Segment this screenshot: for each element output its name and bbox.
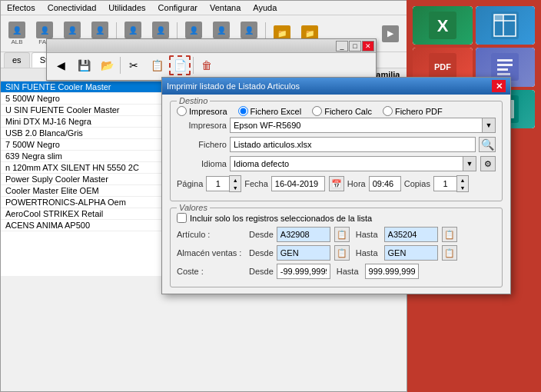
sub-tb-delete[interactable]: 🗑	[196, 55, 217, 75]
radio-fichero-excel[interactable]: Fichero Excel	[238, 106, 302, 116]
radio-fichero-pdf-label: Fichero PDF	[395, 107, 443, 116]
pagina-fecha-row: Página ▲ ▼ Fecha 📅 Hora Copias	[177, 175, 496, 192]
fichero-browse-btn[interactable]: 🔍	[479, 137, 496, 152]
almacen-hasta-input[interactable]	[384, 245, 438, 261]
fichero-input[interactable]	[230, 137, 476, 152]
sub-tb-save[interactable]: 💾	[73, 55, 95, 75]
copias-spin-btns: ▲ ▼	[456, 175, 469, 192]
almacen-hasta-label: Hasta	[356, 248, 378, 257]
almacen-range-row: Almacén ventas : Desde 📋 Hasta 📋	[177, 245, 496, 261]
hora-label: Hora	[347, 179, 366, 188]
valores-label: Valores	[177, 203, 210, 212]
tb-icon-next[interactable]: ▶	[377, 20, 403, 48]
radio-fichero-calc-input[interactable]	[312, 106, 322, 116]
svg-text:PDF: PDF	[434, 62, 451, 71]
registros-seleccionados-checkbox[interactable]	[177, 213, 187, 223]
articulo-desde-input[interactable]	[277, 227, 330, 242]
ms-table-icon[interactable]	[476, 6, 536, 45]
articulo-hasta-btn[interactable]: 📋	[442, 227, 457, 242]
fecha-label: Fecha	[244, 179, 268, 188]
copias-down-btn[interactable]: ▼	[457, 184, 468, 191]
ms-excel-icon[interactable]: X	[413, 6, 473, 45]
checkbox-label: Incluir solo los registros seleccionados…	[190, 214, 372, 223]
coste-label: Coste :	[177, 267, 246, 276]
articulo-desde-btn[interactable]: 📋	[334, 227, 350, 242]
pagina-down-btn[interactable]: ▼	[230, 184, 241, 191]
svg-rect-6	[494, 15, 503, 21]
dialog-body: Destino Impresora Fichero Excel Fichero …	[162, 95, 510, 294]
pagina-up-btn[interactable]: ▲	[230, 176, 241, 184]
pagina-label: Página	[177, 179, 203, 188]
coste-hasta-input[interactable]	[365, 264, 419, 279]
print-dialog: Imprimir listado de Listado Articulos ✕ …	[161, 77, 511, 294]
impresora-dropdown-btn[interactable]: ▼	[482, 118, 496, 133]
articulo-label: Artículo :	[177, 230, 246, 239]
copias-up-btn[interactable]: ▲	[457, 176, 468, 184]
valores-section: Valores Incluir solo los registros selec…	[170, 208, 503, 287]
articulo-hasta-label: Hasta	[356, 230, 378, 239]
pagina-spin-btns: ▲ ▼	[229, 175, 241, 192]
sub-win-titlebar: _ □ ✕	[47, 39, 376, 53]
coste-hasta-label: Hasta	[337, 267, 359, 276]
sub-win-minimize[interactable]: _	[336, 41, 348, 51]
dialog-titlebar: Imprimir listado de Listado Articulos ✕	[162, 78, 510, 95]
svg-rect-10	[497, 59, 513, 61]
impresora-input[interactable]	[230, 118, 482, 133]
radio-fichero-calc-label: Fichero Calc	[324, 107, 372, 116]
destino-radio-row: Impresora Fichero Excel Fichero Calc Fic…	[177, 106, 496, 116]
articulo-hasta-input[interactable]	[384, 227, 438, 242]
pagina-spinner: ▲ ▼	[206, 175, 241, 192]
almacen-hasta-btn[interactable]: 📋	[442, 245, 457, 261]
tab-es[interactable]: es	[4, 52, 30, 68]
copias-spinner: ▲ ▼	[433, 175, 469, 192]
checkbox-row: Incluir solo los registros seleccionados…	[177, 213, 496, 223]
fecha-calendar-btn[interactable]: 📅	[329, 176, 344, 191]
sub-tb-copy[interactable]: 📋	[146, 55, 168, 75]
svg-rect-11	[497, 64, 513, 66]
radio-impresora-label: Impresora	[189, 107, 227, 116]
idioma-dropdown-btn[interactable]: ▼	[463, 156, 476, 171]
radio-fichero-calc[interactable]: Fichero Calc	[312, 106, 372, 116]
idioma-input[interactable]	[230, 156, 463, 171]
articulo-desde-label: Desde	[249, 230, 274, 239]
coste-desde-label: Desde	[249, 267, 274, 276]
dialog-title: Imprimir listado de Listado Articulos	[167, 81, 300, 91]
svg-text:X: X	[436, 16, 448, 35]
radio-fichero-pdf[interactable]: Fichero PDF	[383, 106, 443, 116]
menu-ayuda[interactable]: Ayuda	[250, 2, 280, 13]
sub-tb-sep1	[120, 57, 121, 74]
almacen-desde-input[interactable]	[277, 245, 330, 261]
sub-tb-cut[interactable]: ✂	[123, 55, 144, 75]
radio-fichero-pdf-input[interactable]	[383, 106, 393, 116]
sub-toolbar-window: _ □ ✕ ◀ 💾 📂 ✂ 📋 📄 🗑	[46, 38, 377, 81]
almacen-desde-label: Desde	[249, 248, 274, 257]
tb-icon-alb[interactable]: 👤 ALB	[4, 20, 30, 48]
coste-range-row: Coste : Desde Hasta	[177, 264, 496, 279]
idioma-label: Idioma	[177, 159, 227, 168]
menu-ventana[interactable]: Ventana	[207, 2, 244, 13]
coste-desde-input[interactable]	[277, 264, 330, 279]
sub-win-close[interactable]: ✕	[362, 41, 374, 51]
menu-utilidades[interactable]: Utilidades	[105, 2, 148, 13]
menu-efectos[interactable]: Efectos	[4, 2, 38, 13]
radio-impresora-input[interactable]	[177, 106, 187, 116]
impresora-label: Impresora	[177, 121, 227, 130]
almacen-desde-btn[interactable]: 📋	[334, 245, 350, 261]
sub-tb-folder[interactable]: 📂	[96, 55, 118, 75]
destino-section: Destino Impresora Fichero Excel Fichero …	[170, 101, 503, 201]
fecha-input[interactable]	[271, 176, 325, 191]
menu-conectividad[interactable]: Conectividad	[45, 2, 100, 13]
radio-fichero-excel-input[interactable]	[238, 106, 248, 116]
articulo-range-row: Artículo : Desde 📋 Hasta 📋	[177, 227, 496, 242]
copias-input[interactable]	[433, 176, 456, 191]
dialog-close-button[interactable]: ✕	[492, 80, 506, 92]
idioma-extra-btn[interactable]: ⚙	[480, 156, 496, 171]
pagina-input[interactable]	[206, 176, 229, 191]
sub-tb-paste[interactable]: 📄	[169, 55, 191, 75]
sub-tb-back[interactable]: ◀	[50, 55, 71, 75]
hora-input[interactable]	[369, 176, 401, 191]
radio-impresora[interactable]: Impresora	[177, 106, 227, 116]
menu-configurar[interactable]: Configurar	[155, 2, 201, 13]
idioma-combo: ▼	[230, 156, 476, 171]
sub-win-maximize[interactable]: □	[349, 41, 361, 51]
